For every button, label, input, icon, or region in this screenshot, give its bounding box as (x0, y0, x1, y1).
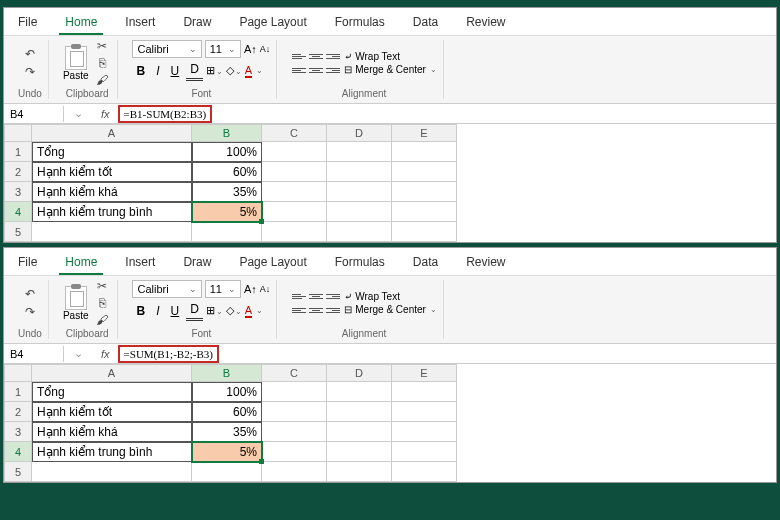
vertical-align[interactable] (291, 50, 341, 62)
tab-home[interactable]: Home (59, 11, 103, 35)
cell-b1[interactable]: 100% (192, 142, 262, 162)
tab-formulas[interactable]: Formulas (329, 251, 391, 275)
italic-button[interactable]: I (152, 62, 163, 80)
cell-d1[interactable] (327, 382, 392, 402)
font-size-select[interactable]: 11 (205, 280, 241, 298)
cell-d5[interactable] (327, 462, 392, 482)
cell-d4[interactable] (327, 442, 392, 462)
cut-icon[interactable]: ✂ (93, 38, 111, 54)
copy-icon[interactable]: ⎘ (93, 55, 111, 71)
formula-input[interactable]: =SUM(B1;-B2;-B3) (118, 345, 219, 363)
tab-home[interactable]: Home (59, 251, 103, 275)
cell-d4[interactable] (327, 202, 392, 222)
increase-font-icon[interactable]: A↑ (244, 43, 257, 55)
tab-page-layout[interactable]: Page Layout (233, 251, 312, 275)
cell-a4[interactable]: Hạnh kiểm trung bình (32, 442, 192, 462)
tab-data[interactable]: Data (407, 11, 444, 35)
tab-formulas[interactable]: Formulas (329, 11, 391, 35)
cell-c3[interactable] (262, 422, 327, 442)
horizontal-align[interactable] (291, 64, 341, 76)
cell-c2[interactable] (262, 162, 327, 182)
row-header-4[interactable]: 4 (4, 442, 32, 462)
select-all-corner[interactable] (4, 124, 32, 142)
cell-e1[interactable] (392, 382, 457, 402)
copy-icon[interactable]: ⎘ (93, 295, 111, 311)
undo-icon[interactable]: ↶ (21, 286, 39, 302)
row-header-2[interactable]: 2 (4, 162, 32, 182)
cell-c1[interactable] (262, 382, 327, 402)
redo-icon[interactable]: ↷ (21, 304, 39, 320)
cell-d2[interactable] (327, 162, 392, 182)
col-header-e[interactable]: E (392, 364, 457, 382)
formula-input[interactable]: =B1-SUM(B2:B3) (118, 105, 213, 123)
decrease-font-icon[interactable]: A↓ (260, 44, 271, 54)
font-color-button[interactable]: A (245, 304, 252, 318)
row-header-4[interactable]: 4 (4, 202, 32, 222)
col-header-b[interactable]: B (192, 364, 262, 382)
col-header-e[interactable]: E (392, 124, 457, 142)
tab-file[interactable]: File (12, 11, 43, 35)
paste-button[interactable]: Paste (63, 46, 89, 81)
tab-insert[interactable]: Insert (119, 251, 161, 275)
cell-a3[interactable]: Hạnh kiểm khá (32, 422, 192, 442)
horizontal-align[interactable] (291, 304, 341, 316)
wrap-text-button[interactable]: ⤶Wrap Text (344, 51, 437, 62)
cell-e3[interactable] (392, 182, 457, 202)
row-header-5[interactable]: 5 (4, 462, 32, 482)
row-header-3[interactable]: 3 (4, 182, 32, 202)
decrease-font-icon[interactable]: A↓ (260, 284, 271, 294)
cell-b4[interactable]: 5% (192, 442, 262, 462)
name-box[interactable]: B4 (4, 106, 64, 122)
tab-insert[interactable]: Insert (119, 11, 161, 35)
row-header-5[interactable]: 5 (4, 222, 32, 242)
cell-a5[interactable] (32, 462, 192, 482)
name-box[interactable]: B4 (4, 346, 64, 362)
row-header-3[interactable]: 3 (4, 422, 32, 442)
cell-c1[interactable] (262, 142, 327, 162)
col-header-a[interactable]: A (32, 124, 192, 142)
format-painter-icon[interactable]: 🖌 (93, 72, 111, 88)
merge-center-button[interactable]: ⊟Merge & Center⌄ (344, 304, 437, 315)
tab-file[interactable]: File (12, 251, 43, 275)
font-color-button[interactable]: A (245, 64, 252, 78)
cell-b2[interactable]: 60% (192, 162, 262, 182)
cell-d1[interactable] (327, 142, 392, 162)
col-header-a[interactable]: A (32, 364, 192, 382)
cell-b1[interactable]: 100% (192, 382, 262, 402)
row-header-1[interactable]: 1 (4, 382, 32, 402)
redo-icon[interactable]: ↷ (21, 64, 39, 80)
double-underline-button[interactable]: D (186, 300, 203, 321)
cell-a4[interactable]: Hạnh kiểm trung bình (32, 202, 192, 222)
bold-button[interactable]: B (132, 62, 149, 80)
double-underline-button[interactable]: D (186, 60, 203, 81)
cell-b5[interactable] (192, 222, 262, 242)
cell-b2[interactable]: 60% (192, 402, 262, 422)
cell-b5[interactable] (192, 462, 262, 482)
cell-e1[interactable] (392, 142, 457, 162)
col-header-d[interactable]: D (327, 124, 392, 142)
tab-data[interactable]: Data (407, 251, 444, 275)
underline-button[interactable]: U (167, 302, 184, 320)
cell-a1[interactable]: Tổng (32, 382, 192, 402)
cell-d3[interactable] (327, 422, 392, 442)
cell-e2[interactable] (392, 402, 457, 422)
border-button[interactable]: ⊞⌄ (206, 64, 223, 77)
row-header-1[interactable]: 1 (4, 142, 32, 162)
bold-button[interactable]: B (132, 302, 149, 320)
underline-button[interactable]: U (167, 62, 184, 80)
cell-c5[interactable] (262, 222, 327, 242)
row-header-2[interactable]: 2 (4, 402, 32, 422)
fx-icon[interactable]: fx (93, 348, 118, 360)
name-box-dropdown-icon[interactable]: ⌄ (64, 107, 93, 120)
increase-font-icon[interactable]: A↑ (244, 283, 257, 295)
wrap-text-button[interactable]: ⤶Wrap Text (344, 291, 437, 302)
fill-color-button[interactable]: ◇⌄ (226, 304, 242, 317)
font-name-select[interactable]: Calibri (132, 40, 201, 58)
cell-c3[interactable] (262, 182, 327, 202)
cell-b3[interactable]: 35% (192, 422, 262, 442)
cell-a3[interactable]: Hạnh kiểm khá (32, 182, 192, 202)
tab-draw[interactable]: Draw (177, 11, 217, 35)
cell-d3[interactable] (327, 182, 392, 202)
italic-button[interactable]: I (152, 302, 163, 320)
cut-icon[interactable]: ✂ (93, 278, 111, 294)
